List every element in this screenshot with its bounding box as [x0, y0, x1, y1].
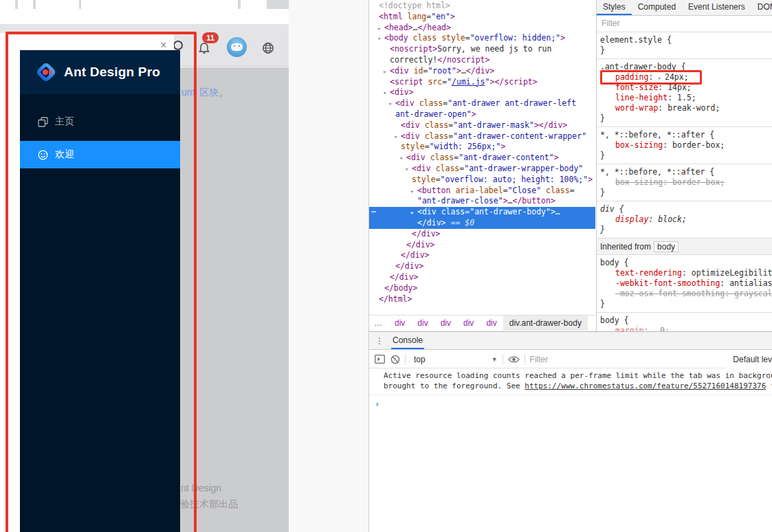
style-selector[interactable]: *, *::before, *::after {	[600, 130, 771, 140]
dom-tree-row[interactable]: </html>	[369, 294, 595, 305]
clear-console-icon[interactable]	[390, 355, 400, 364]
dom-tree-row[interactable]: </div>	[369, 272, 595, 283]
context-selector[interactable]: top	[414, 355, 426, 364]
dom-tree-row[interactable]: <html lang="en">	[369, 12, 595, 23]
style-selector[interactable]: .ant-drawer-body {	[600, 62, 771, 72]
expand-arrow-icon[interactable]: ▾	[377, 34, 384, 45]
style-property[interactable]: box-sizing: border-box;	[600, 177, 771, 188]
close-icon: ×	[160, 39, 166, 51]
dom-tree: <!doctype html><html lang="en">▸<head>…<…	[369, 0, 595, 315]
inherited-body-chip[interactable]: body	[654, 241, 679, 252]
style-selector[interactable]: element.style {	[600, 35, 771, 45]
dom-tree-row[interactable]: style="width: 256px;">	[369, 142, 595, 153]
expand-arrow-icon[interactable]: ▾	[383, 88, 390, 99]
style-property[interactable]: -moz-osx-font-smoothing: grayscale;	[600, 289, 771, 299]
dom-tree-row[interactable]: </div> == $0	[369, 218, 595, 229]
crumb-item[interactable]: div	[457, 315, 480, 331]
sidebar-item-label: 欢迎	[55, 148, 74, 161]
umi-block-link[interactable]: umi 区块	[181, 87, 219, 98]
dom-tree-row[interactable]: </div>	[369, 261, 595, 272]
dom-tree-row[interactable]: style="overflow: auto; height: 100%;">	[369, 175, 595, 186]
style-property[interactable]: box-sizing: border-box;	[600, 140, 771, 151]
crumb-item[interactable]: div	[480, 315, 503, 331]
style-selector[interactable]: body {	[600, 258, 771, 268]
avatar[interactable]	[227, 37, 247, 57]
sidebar-item-welcome[interactable]: 欢迎	[20, 141, 180, 168]
eye-icon[interactable]	[508, 355, 520, 364]
dom-tree-row[interactable]: <script src="/umi.js"></script>	[369, 77, 595, 88]
kebab-menu-icon[interactable]: ⋮	[375, 336, 384, 346]
logo[interactable]: Ant Design Pro	[20, 50, 180, 94]
dom-tree-row[interactable]: ▾<div>	[369, 87, 595, 98]
expand-arrow-icon[interactable]: ▸	[377, 23, 384, 34]
style-property[interactable]: font-size: 14px;	[600, 82, 771, 93]
default-levels-dropdown[interactable]: Default lev	[726, 351, 772, 368]
style-selector[interactable]: *, *::before, *::after {	[600, 167, 771, 177]
console-filter-input[interactable]: Filter	[530, 355, 549, 364]
dom-tree-row[interactable]: ▾<div class="ant-drawer ant-drawer-left	[369, 98, 595, 109]
window-gap	[289, 0, 369, 532]
elements-breadcrumb: …divdivdivdivdivdiv.ant-drawer-body	[369, 315, 595, 331]
chevron-down-icon[interactable]: ▼	[492, 356, 498, 363]
dom-tree-row[interactable]: <!doctype html>	[369, 1, 595, 12]
tab-computed[interactable]: Computed	[632, 0, 682, 15]
dom-tree-row[interactable]: </div>	[369, 229, 595, 240]
tab-event-listeners[interactable]: Event Listeners	[682, 0, 751, 15]
crumb-item[interactable]: div	[434, 315, 457, 331]
expand-arrow-icon[interactable]: ▾	[394, 132, 401, 143]
dom-tree-row[interactable]: ▸<button aria-label="Close" class=	[369, 186, 595, 197]
style-selector[interactable]: div {	[600, 204, 771, 214]
drawer-close-button[interactable]: ×	[158, 40, 169, 51]
dom-tree-row[interactable]: </body>	[369, 283, 595, 294]
dom-tree-row[interactable]: ▾<div class="ant-drawer-wrapper-body"	[369, 164, 595, 175]
dom-tree-row[interactable]: ant-drawer-open">	[369, 109, 595, 120]
tab-styles[interactable]: Styles	[597, 0, 632, 15]
style-property[interactable]: text-rendering: optimizeLegibility;	[600, 268, 771, 278]
dom-tree-row[interactable]: ▾<div class="ant-drawer-content-wrapper"	[369, 131, 595, 142]
devtools-window: <!doctype html><html lang="en">▸<head>…<…	[369, 0, 772, 532]
dom-tree-row[interactable]: ▸<div id="root">…</div>	[369, 66, 595, 77]
dom-tree-row[interactable]: correctly!</noscript>	[369, 55, 595, 66]
expand-arrow-icon[interactable]: ▾	[399, 153, 406, 164]
notification-badge: 11	[202, 32, 219, 43]
console-sidebar-toggle-icon[interactable]	[375, 355, 385, 364]
dom-tree-row[interactable]: ⋯▸<div class="ant-drawer-body">…	[369, 207, 595, 218]
screen: umi 区块。 nt Design 验技术部出品 11 ×	[0, 0, 772, 532]
expand-arrow-icon[interactable]: ▾	[388, 99, 395, 110]
dom-tree-row[interactable]: ▾<div class="ant-drawer-content">	[369, 153, 595, 164]
style-property[interactable]: padding: ▸ 24px;	[600, 72, 771, 82]
expand-arrow-icon[interactable]: ▸	[410, 208, 417, 219]
expand-arrow-icon[interactable]: ▾	[405, 164, 412, 175]
expand-arrow-icon[interactable]: ▸	[410, 186, 417, 197]
console-message-line1: Active resource loading counts reached a…	[384, 371, 772, 381]
welcome-hint-text: umi 区块。	[181, 87, 228, 99]
crumb-overflow[interactable]: …	[369, 315, 388, 331]
crumb-item[interactable]: div	[388, 315, 411, 331]
style-property[interactable]: word-wrap: break-word;	[600, 103, 771, 113]
tab-console[interactable]: Console	[391, 332, 424, 349]
dom-tree-row[interactable]: <div class="ant-drawer-mask"></div>	[369, 120, 595, 131]
console-prompt[interactable]: ›	[369, 395, 772, 409]
styles-filter-input[interactable]: Filter	[597, 16, 772, 32]
style-property[interactable]: line-height: 1.5;	[600, 93, 771, 103]
style-selector[interactable]: body {	[600, 315, 771, 326]
dom-tree-row[interactable]: </div>	[369, 250, 595, 261]
crumb-item[interactable]: div	[411, 315, 434, 331]
dom-tree-row[interactable]: "ant-drawer-close">…</button>	[369, 196, 595, 207]
dom-tree-row[interactable]: </div>	[369, 240, 595, 251]
style-property[interactable]: margin: ▸ 0;	[600, 326, 771, 331]
style-property[interactable]: display: block;	[600, 214, 771, 225]
dom-tree-row[interactable]: <noscript>Sorry, we need js to run	[369, 44, 595, 55]
style-rule-section: body {margin: ▸ 0;font-family: "Chinese …	[597, 312, 772, 331]
style-property[interactable]: -webkit-font-smoothing: antialiased;	[600, 278, 771, 289]
sidebar-item-home[interactable]: 主页	[20, 108, 180, 135]
crumb-selected[interactable]: div.ant-drawer-body	[503, 315, 588, 331]
console-message-link[interactable]: https://www.chromestatus.com/feature/552…	[525, 381, 766, 390]
globe-icon[interactable]	[262, 42, 274, 54]
help-circle-icon[interactable]	[173, 41, 183, 50]
logo-icon	[35, 61, 57, 83]
dom-tree-row[interactable]: ▾<body class style="overflow: hidden;">	[369, 33, 595, 44]
tab-dom[interactable]: DOM	[751, 0, 772, 15]
dom-tree-row[interactable]: ▸<head>…</head>	[369, 23, 595, 34]
expand-arrow-icon[interactable]: ▸	[383, 67, 390, 78]
